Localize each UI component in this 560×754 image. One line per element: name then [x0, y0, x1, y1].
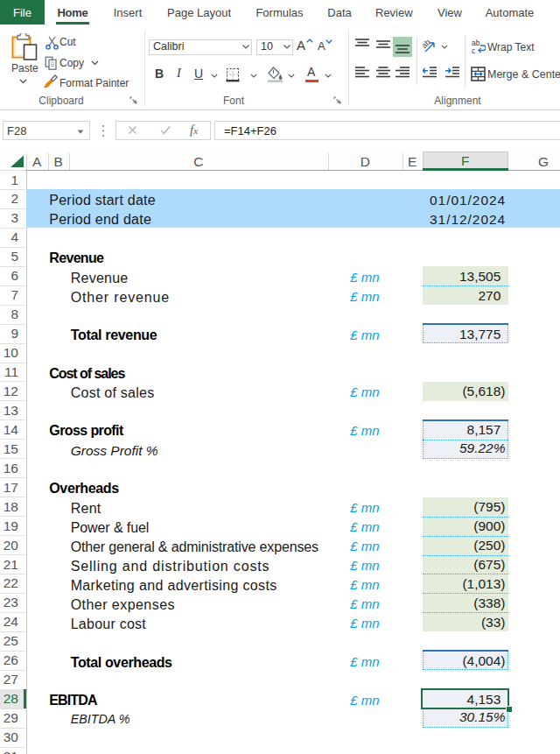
- svg-text:c: c: [472, 46, 476, 54]
- svg-text:ab: ab: [423, 39, 432, 50]
